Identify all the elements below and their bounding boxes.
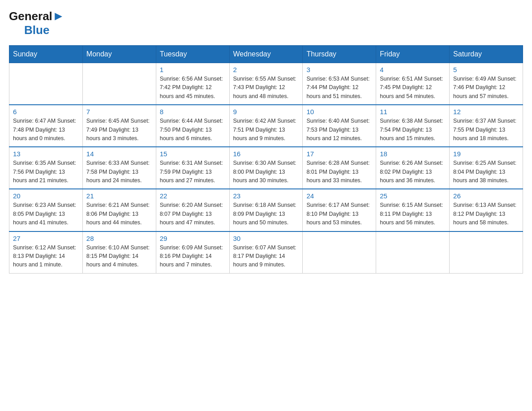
day-info: Sunrise: 6:31 AM Sunset: 7:59 PM Dayligh… (160, 159, 226, 185)
day-info: Sunrise: 6:12 AM Sunset: 8:13 PM Dayligh… (13, 244, 79, 270)
day-number: 30 (233, 235, 299, 242)
calendar-cell: 5Sunrise: 6:49 AM Sunset: 7:46 PM Daylig… (450, 63, 523, 105)
day-number: 29 (160, 235, 226, 242)
day-number: 13 (13, 150, 79, 158)
calendar-cell: 9Sunrise: 6:42 AM Sunset: 7:51 PM Daylig… (229, 105, 303, 147)
calendar-cell: 24Sunrise: 6:17 AM Sunset: 8:10 PM Dayli… (303, 189, 376, 231)
calendar-cell: 23Sunrise: 6:18 AM Sunset: 8:09 PM Dayli… (229, 189, 303, 231)
calendar-cell: 30Sunrise: 6:07 AM Sunset: 8:17 PM Dayli… (229, 231, 303, 274)
calendar-week-row: 13Sunrise: 6:35 AM Sunset: 7:56 PM Dayli… (9, 147, 523, 189)
calendar-cell: 1Sunrise: 6:56 AM Sunset: 7:42 PM Daylig… (156, 63, 229, 105)
calendar-week-row: 20Sunrise: 6:23 AM Sunset: 8:05 PM Dayli… (9, 189, 523, 231)
day-number: 26 (453, 192, 519, 200)
day-info: Sunrise: 6:49 AM Sunset: 7:46 PM Dayligh… (453, 75, 519, 101)
logo: General► Blue (9, 9, 65, 37)
calendar-cell: 27Sunrise: 6:12 AM Sunset: 8:13 PM Dayli… (9, 231, 83, 274)
day-info: Sunrise: 6:26 AM Sunset: 8:02 PM Dayligh… (380, 159, 446, 185)
calendar-cell (376, 231, 450, 274)
day-info: Sunrise: 6:23 AM Sunset: 8:05 PM Dayligh… (13, 201, 79, 227)
calendar-cell: 4Sunrise: 6:51 AM Sunset: 7:45 PM Daylig… (376, 63, 450, 105)
day-info: Sunrise: 6:21 AM Sunset: 8:06 PM Dayligh… (86, 201, 152, 227)
calendar-cell: 28Sunrise: 6:10 AM Sunset: 8:15 PM Dayli… (82, 231, 156, 274)
col-header-friday: Friday (376, 46, 450, 63)
calendar-cell: 11Sunrise: 6:38 AM Sunset: 7:54 PM Dayli… (376, 105, 450, 147)
day-info: Sunrise: 6:17 AM Sunset: 8:10 PM Dayligh… (306, 201, 372, 227)
day-number: 28 (86, 235, 152, 242)
day-info: Sunrise: 6:30 AM Sunset: 8:00 PM Dayligh… (233, 159, 299, 185)
calendar-cell: 16Sunrise: 6:30 AM Sunset: 8:00 PM Dayli… (229, 147, 303, 189)
day-number: 20 (13, 192, 79, 200)
day-number: 9 (233, 108, 299, 116)
day-number: 1 (160, 66, 226, 73)
calendar-week-row: 27Sunrise: 6:12 AM Sunset: 8:13 PM Dayli… (9, 231, 523, 274)
day-number: 7 (86, 108, 152, 116)
day-info: Sunrise: 6:18 AM Sunset: 8:09 PM Dayligh… (233, 201, 299, 227)
calendar-cell: 3Sunrise: 6:53 AM Sunset: 7:44 PM Daylig… (303, 63, 376, 105)
day-number: 10 (306, 108, 372, 116)
day-number: 8 (160, 108, 226, 116)
day-info: Sunrise: 6:15 AM Sunset: 8:11 PM Dayligh… (380, 201, 446, 227)
calendar-week-row: 6Sunrise: 6:47 AM Sunset: 7:48 PM Daylig… (9, 105, 523, 147)
calendar-cell (82, 63, 156, 105)
day-info: Sunrise: 6:56 AM Sunset: 7:42 PM Dayligh… (160, 75, 226, 101)
col-header-thursday: Thursday (303, 46, 376, 63)
day-number: 6 (13, 108, 79, 116)
calendar-cell: 13Sunrise: 6:35 AM Sunset: 7:56 PM Dayli… (9, 147, 83, 189)
col-header-monday: Monday (82, 46, 156, 63)
day-info: Sunrise: 6:45 AM Sunset: 7:49 PM Dayligh… (86, 117, 152, 143)
day-info: Sunrise: 6:55 AM Sunset: 7:43 PM Dayligh… (233, 75, 299, 101)
day-info: Sunrise: 6:53 AM Sunset: 7:44 PM Dayligh… (306, 75, 372, 101)
day-info: Sunrise: 6:20 AM Sunset: 8:07 PM Dayligh… (160, 201, 226, 227)
day-info: Sunrise: 6:09 AM Sunset: 8:16 PM Dayligh… (160, 244, 226, 270)
day-number: 27 (13, 235, 79, 242)
calendar-cell: 29Sunrise: 6:09 AM Sunset: 8:16 PM Dayli… (156, 231, 229, 274)
col-header-saturday: Saturday (450, 46, 523, 63)
logo-blue-text: Blue (24, 23, 49, 37)
calendar-cell: 12Sunrise: 6:37 AM Sunset: 7:55 PM Dayli… (450, 105, 523, 147)
day-number: 22 (160, 192, 226, 200)
page-header: General► Blue (9, 9, 523, 37)
day-number: 14 (86, 150, 152, 158)
calendar-cell: 7Sunrise: 6:45 AM Sunset: 7:49 PM Daylig… (82, 105, 156, 147)
calendar-header-row: SundayMondayTuesdayWednesdayThursdayFrid… (9, 46, 523, 63)
day-info: Sunrise: 6:35 AM Sunset: 7:56 PM Dayligh… (13, 159, 79, 185)
day-number: 11 (380, 108, 446, 116)
calendar-cell (450, 231, 523, 274)
day-info: Sunrise: 6:44 AM Sunset: 7:50 PM Dayligh… (160, 117, 226, 143)
calendar-cell: 17Sunrise: 6:28 AM Sunset: 8:01 PM Dayli… (303, 147, 376, 189)
col-header-sunday: Sunday (9, 46, 83, 63)
calendar-cell: 15Sunrise: 6:31 AM Sunset: 7:59 PM Dayli… (156, 147, 229, 189)
day-number: 2 (233, 66, 299, 73)
day-number: 23 (233, 192, 299, 200)
calendar-cell: 14Sunrise: 6:33 AM Sunset: 7:58 PM Dayli… (82, 147, 156, 189)
calendar-cell: 26Sunrise: 6:13 AM Sunset: 8:12 PM Dayli… (450, 189, 523, 231)
calendar-cell: 21Sunrise: 6:21 AM Sunset: 8:06 PM Dayli… (82, 189, 156, 231)
calendar-cell: 2Sunrise: 6:55 AM Sunset: 7:43 PM Daylig… (229, 63, 303, 105)
calendar-table: SundayMondayTuesdayWednesdayThursdayFrid… (9, 45, 523, 274)
day-number: 17 (306, 150, 372, 158)
day-info: Sunrise: 6:28 AM Sunset: 8:01 PM Dayligh… (306, 159, 372, 185)
day-info: Sunrise: 6:51 AM Sunset: 7:45 PM Dayligh… (380, 75, 446, 101)
col-header-wednesday: Wednesday (229, 46, 303, 63)
calendar-cell (303, 231, 376, 274)
calendar-week-row: 1Sunrise: 6:56 AM Sunset: 7:42 PM Daylig… (9, 63, 523, 105)
day-number: 25 (380, 192, 446, 200)
calendar-cell (9, 63, 83, 105)
calendar-cell: 18Sunrise: 6:26 AM Sunset: 8:02 PM Dayli… (376, 147, 450, 189)
calendar-cell: 19Sunrise: 6:25 AM Sunset: 8:04 PM Dayli… (450, 147, 523, 189)
col-header-tuesday: Tuesday (156, 46, 229, 63)
day-number: 4 (380, 66, 446, 73)
day-number: 21 (86, 192, 152, 200)
day-number: 24 (306, 192, 372, 200)
logo-general-text: General (9, 9, 52, 23)
day-number: 19 (453, 150, 519, 158)
day-info: Sunrise: 6:37 AM Sunset: 7:55 PM Dayligh… (453, 117, 519, 143)
day-info: Sunrise: 6:38 AM Sunset: 7:54 PM Dayligh… (380, 117, 446, 143)
calendar-cell: 25Sunrise: 6:15 AM Sunset: 8:11 PM Dayli… (376, 189, 450, 231)
calendar-cell: 8Sunrise: 6:44 AM Sunset: 7:50 PM Daylig… (156, 105, 229, 147)
day-number: 5 (453, 66, 519, 73)
day-info: Sunrise: 6:25 AM Sunset: 8:04 PM Dayligh… (453, 159, 519, 185)
calendar-cell: 10Sunrise: 6:40 AM Sunset: 7:53 PM Dayli… (303, 105, 376, 147)
day-number: 12 (453, 108, 519, 116)
day-number: 18 (380, 150, 446, 158)
